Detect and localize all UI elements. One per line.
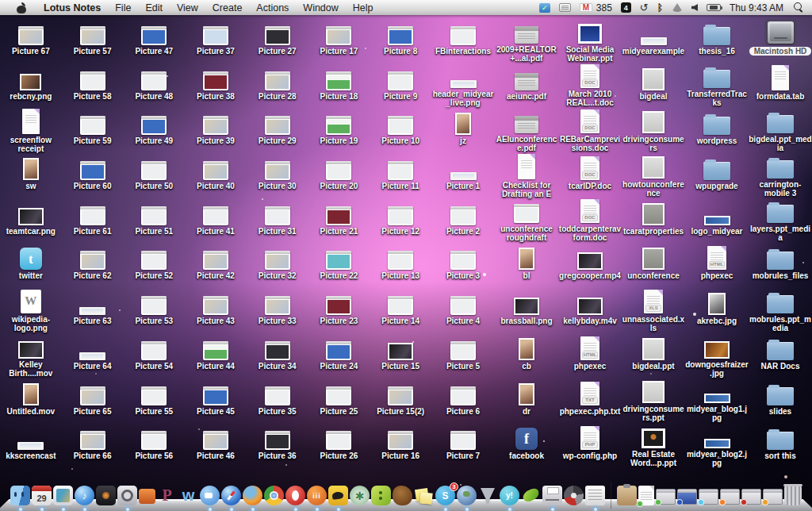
dock-green-wing-app[interactable] (521, 486, 541, 505)
desktop-icon[interactable]: Picture 26 (308, 422, 370, 467)
dock-itunes[interactable]: ♪ (75, 486, 94, 505)
desktop-icon[interactable]: Picture 47 (123, 17, 185, 63)
desktop-icon[interactable]: AEIunconference.pdf (495, 107, 558, 152)
desktop-icon[interactable]: Picture 6 (431, 378, 495, 423)
desktop-icon[interactable]: drivingconsumers (622, 107, 685, 152)
desktop-icon[interactable]: Picture 49 (123, 107, 185, 152)
dock-p-app[interactable]: P (157, 486, 177, 505)
menu-file[interactable]: File (108, 0, 138, 15)
dock-trash[interactable] (784, 486, 802, 505)
desktop-icon[interactable]: Picture 65 (62, 378, 124, 423)
desktop-icon[interactable]: mobrules_files (749, 242, 812, 287)
dock-chrome[interactable] (264, 486, 284, 505)
desktop-icon[interactable]: Picture 61 (62, 198, 124, 243)
desktop-icon[interactable]: midyearexample (622, 17, 685, 63)
desktop-icon[interactable]: FBinteractions (431, 17, 495, 63)
dock-ichat[interactable] (200, 486, 220, 505)
volume-status-icon[interactable] (691, 4, 698, 11)
desktop-icon[interactable]: Picture 46 (185, 422, 247, 467)
desktop-icon[interactable]: bigdeal.ppt_media (749, 107, 812, 152)
dock-stickies[interactable] (414, 486, 434, 505)
time-machine-status-icon[interactable]: ↺ (640, 2, 649, 13)
desktop-icon[interactable]: gregcooper.mp4 (558, 242, 622, 287)
dock-skype[interactable]: S3 (435, 486, 455, 505)
desktop-icon[interactable]: Picture 15 (370, 332, 431, 378)
menu-window[interactable]: Window (296, 0, 345, 15)
desktop-icon[interactable]: Picture 62 (62, 242, 124, 287)
desktop-icon[interactable]: Picture 8 (370, 17, 431, 63)
desktop-icon[interactable]: Picture 32 (247, 242, 308, 287)
dock-minimized-window-5[interactable] (741, 489, 761, 505)
desktop-icon[interactable]: Picture 7 (431, 422, 495, 467)
desktop-icon[interactable]: Picture 3 (431, 242, 495, 287)
desktop-icon[interactable]: Picture 42 (185, 242, 247, 287)
desktop-icon[interactable]: Picture 19 (308, 107, 370, 152)
dock-quicktime[interactable] (117, 486, 137, 505)
desktop-icon[interactable]: Picture 13 (370, 242, 431, 287)
app-status-icon[interactable]: 4 (621, 2, 631, 13)
desktop-icon[interactable]: Social Media Webinar.ppt (558, 17, 622, 63)
desktop-icon[interactable]: HTMLphpexec (685, 242, 749, 287)
desktop-icon[interactable]: Picture 9 (370, 63, 431, 108)
desktop-icon[interactable]: Picture 43 (185, 287, 247, 332)
desktop-icon[interactable]: akrebc.jpg (685, 287, 749, 332)
desktop-icon[interactable]: Wwikipedia-logo.png (0, 287, 62, 332)
dock-stack-clipboard[interactable] (617, 486, 637, 505)
desktop-icon[interactable]: Kelley Birth....mov (0, 332, 62, 378)
desktop-icon[interactable]: Picture 20 (308, 152, 370, 198)
desktop-icon[interactable]: Picture 16 (370, 422, 431, 467)
desktop-icon[interactable]: Picture 64 (62, 332, 124, 378)
dock-ical[interactable]: 29 (32, 486, 52, 505)
desktop-icon[interactable]: NAR Docs (749, 332, 812, 378)
desktop-icon[interactable]: Picture 17 (308, 17, 370, 63)
desktop-icon[interactable]: jz (431, 107, 495, 152)
dock-photo-viewer[interactable] (96, 486, 116, 505)
dock-globe-app[interactable] (457, 486, 477, 505)
dock-firefox[interactable] (243, 486, 262, 505)
desktop-icon[interactable]: teamtcar.png (0, 198, 62, 243)
desktop-icon[interactable]: wpupgrade (685, 152, 749, 198)
desktop-icon[interactable]: bl (495, 242, 558, 287)
desktop-icon[interactable]: Picture 25 (308, 378, 370, 423)
desktop-icon[interactable]: ffacebook (495, 422, 558, 467)
desktop-icon[interactable]: thesis_16 (685, 17, 749, 63)
desktop-icon[interactable]: carrington-mobile 3 (749, 152, 812, 198)
desktop-icon[interactable]: header_midyear_live.png (431, 63, 495, 108)
desktop-icon[interactable]: Picture 29 (247, 107, 308, 152)
desktop-icon[interactable]: Picture 51 (123, 198, 185, 243)
dropbox-status-icon[interactable] (539, 3, 550, 13)
dock-minimized-window-1[interactable] (656, 489, 676, 505)
dock-minimized-window-3[interactable] (699, 489, 718, 505)
desktop-icon[interactable]: Picture 66 (62, 422, 124, 467)
menu-edit[interactable]: Edit (138, 0, 170, 15)
desktop-icon[interactable]: slides (749, 378, 812, 423)
desktop-icon[interactable]: Picture 48 (123, 63, 185, 108)
desktop-icon[interactable]: aeiunc.pdf (495, 63, 558, 108)
desktop-icon[interactable]: DOCtoddcarpenteravform.doc (558, 198, 622, 243)
desktop-icon[interactable]: drivingconsumers.ppt (622, 378, 685, 423)
desktop-icon[interactable]: cb (495, 332, 558, 378)
desktop-icon[interactable]: Picture 18 (308, 63, 370, 108)
desktop-icon[interactable]: Real Estate Word...p.ppt (622, 422, 685, 467)
desktop-icon[interactable]: DOCREBarCamprevisions.doc (558, 107, 622, 152)
app-menu-lotus-notes[interactable]: Lotus Notes (36, 0, 108, 15)
desktop-icon[interactable]: Picture 23 (308, 287, 370, 332)
dock-screen-recorder[interactable] (139, 489, 155, 504)
desktop-icon[interactable]: Picture 54 (123, 332, 185, 378)
desktop-icon[interactable]: Picture 37 (185, 17, 247, 63)
desktop-icon[interactable]: TransferredTracks (685, 63, 749, 108)
dock-pinwheel-app[interactable] (350, 486, 370, 505)
desktop-icon[interactable]: midyear_blog2.jpg (685, 422, 749, 467)
dock-opera[interactable] (285, 486, 305, 505)
desktop-icon[interactable]: Picture 10 (370, 107, 431, 152)
desktop-icon[interactable]: Checklist for Drafting an E (495, 152, 558, 198)
desktop-icon[interactable]: screenflow receipt (0, 107, 62, 152)
desktop-icon[interactable]: Picture 58 (62, 63, 124, 108)
desktop-icon[interactable]: Picture 34 (247, 332, 308, 378)
desktop-icon[interactable]: Picture 2 (431, 198, 495, 243)
desktop-icon[interactable]: logo_midyear (685, 198, 749, 243)
desktop-icon[interactable]: Picture 59 (62, 107, 124, 152)
desktop-icon[interactable]: kellybday.m4v (558, 287, 622, 332)
gmail-status-icon[interactable]: M (580, 3, 592, 12)
desktop-icon[interactable]: Picture 50 (123, 152, 185, 198)
